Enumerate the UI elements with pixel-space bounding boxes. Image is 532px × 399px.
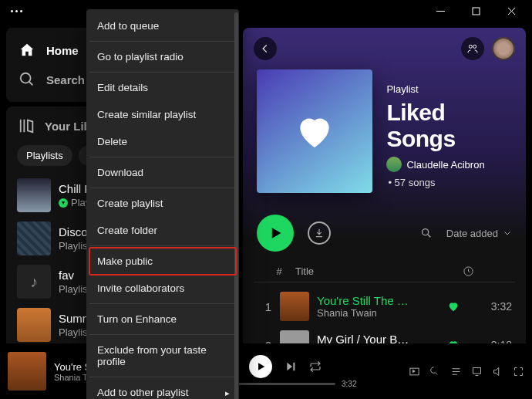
track-header: # Title [254,262,515,282]
window-close[interactable] [493,0,529,22]
ctx-delete[interactable]: Delete [89,128,236,155]
svg-point-3 [473,45,476,48]
progress-bar[interactable] [235,383,335,385]
ctx-turn-on-enhance[interactable]: Turn on Enhance [89,306,236,333]
track-art [280,292,309,321]
pin-icon: ▾ [59,198,68,208]
window-maximize[interactable] [458,0,493,22]
queue-icon[interactable] [450,366,462,377]
ctx-add-to-queue[interactable]: Add to queue [89,12,236,39]
next-button[interactable] [285,360,297,373]
ctx-edit-details[interactable]: Edit details [89,74,236,101]
play-button[interactable] [257,215,294,252]
ctx-invite-collaborators[interactable]: Invite collaborators [89,275,236,302]
track-artist: Shania Twain [317,307,447,319]
chevron-down-icon [503,228,512,238]
library-item-title: fav [59,269,90,282]
svg-rect-7 [473,367,481,374]
playlist-type: Playlist [386,83,512,95]
playlist-art: ♪ [17,265,51,299]
sort-button[interactable]: Date added [446,228,512,239]
clock-icon [463,265,474,277]
context-menu: Add to queue Go to playlist radio Edit d… [86,9,239,399]
track-title: You're Still The … [317,294,447,307]
playlist-title: Liked Songs [386,100,512,152]
download-button[interactable] [308,221,331,245]
like-icon[interactable] [447,300,475,313]
user-avatar[interactable] [492,37,515,60]
playlist-art [17,308,51,342]
search-tracks-icon[interactable] [420,227,433,239]
svg-point-2 [469,45,472,48]
lyrics-icon[interactable] [429,366,441,377]
friends-button[interactable] [461,37,484,60]
ctx-add-to-other-playlist[interactable]: Add to other playlist [89,379,236,399]
fullscreen-icon[interactable] [513,366,524,377]
search-icon [19,71,35,88]
now-playing-bar: You're Still The One Shania Twain 0:05 3… [0,343,532,399]
col-duration [463,265,501,277]
app-menu-dots[interactable] [3,10,22,12]
track-duration: 3:32 [475,300,512,313]
playlist-count: • 57 songs [386,177,512,188]
back-button[interactable] [254,37,277,60]
track-number: 1 [257,300,280,313]
home-icon [19,42,35,59]
ctx-create-folder[interactable]: Create folder [89,217,236,244]
chip-playlists[interactable]: Playlists [17,145,72,166]
nav-search-label: Search [46,73,85,86]
player-play-button[interactable] [249,355,272,378]
playlist-art [17,221,51,255]
track-row[interactable]: 1 You're Still The … Shania Twain 3:32 [254,287,515,326]
playlist-hero: Playlist Liked Songs Claudelle Acibron •… [243,69,526,207]
library-icon [19,117,35,134]
col-title: Title [291,265,463,277]
svg-rect-0 [473,8,480,15]
now-playing-art[interactable] [8,352,46,391]
window-titlebar [0,0,532,22]
ctx-create-playlist[interactable]: Create playlist [89,190,236,217]
ctx-exclude-taste[interactable]: Exclude from your taste profile [89,336,236,375]
repeat-button[interactable] [309,360,322,373]
devices-icon[interactable] [471,366,483,377]
liked-songs-art [257,69,372,193]
ctx-make-public[interactable]: Make public [89,248,236,275]
now-playing-view-icon[interactable] [409,366,420,377]
playlist-art [17,178,51,212]
svg-point-1 [21,73,31,83]
volume-icon[interactable] [492,366,503,377]
ctx-go-to-playlist-radio[interactable]: Go to playlist radio [89,43,236,70]
window-minimize[interactable] [423,0,458,22]
library-item-sub: Playlist [59,283,90,295]
ctx-create-similar[interactable]: Create similar playlist [89,101,236,128]
total-time: 3:32 [342,380,356,388]
ctx-download[interactable]: Download [89,159,236,186]
col-number: # [268,265,291,277]
svg-point-4 [422,229,428,235]
main-view: Playlist Liked Songs Claudelle Acibron •… [243,28,526,393]
nav-home-label: Home [46,44,79,57]
playlist-owner[interactable]: Claudelle Acibron [386,157,512,172]
owner-avatar [386,157,402,172]
